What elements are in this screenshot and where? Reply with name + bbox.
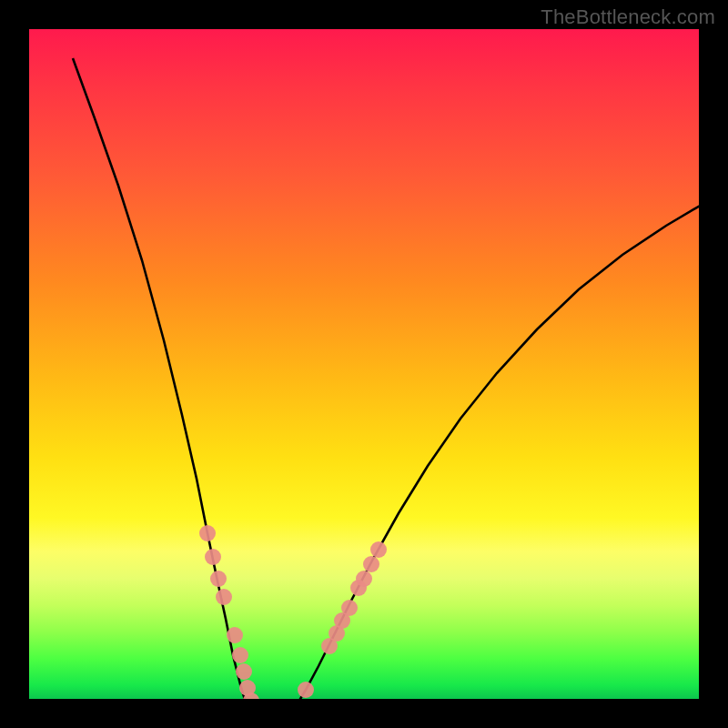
marker-dot [363, 556, 379, 572]
marker-dot [205, 549, 221, 565]
marker-dot [236, 663, 252, 680]
chart-frame: TheBottleneck.com [0, 0, 728, 728]
marker-dot [298, 682, 314, 698]
marker-dot [227, 627, 243, 643]
chart-svg [29, 29, 699, 699]
markers-left-group [199, 525, 285, 699]
marker-dot [356, 571, 372, 587]
marker-dot [210, 571, 227, 587]
marker-dot [232, 647, 248, 663]
marker-dot [341, 600, 358, 616]
curve-group [73, 58, 699, 699]
watermark-text: TheBottleneck.com [541, 5, 715, 29]
plot-area [29, 29, 699, 699]
marker-dot [370, 541, 387, 558]
marker-dot [199, 525, 216, 541]
markers-right-group [278, 541, 387, 699]
marker-dot [216, 589, 232, 605]
bottleneck-curve [73, 58, 699, 699]
